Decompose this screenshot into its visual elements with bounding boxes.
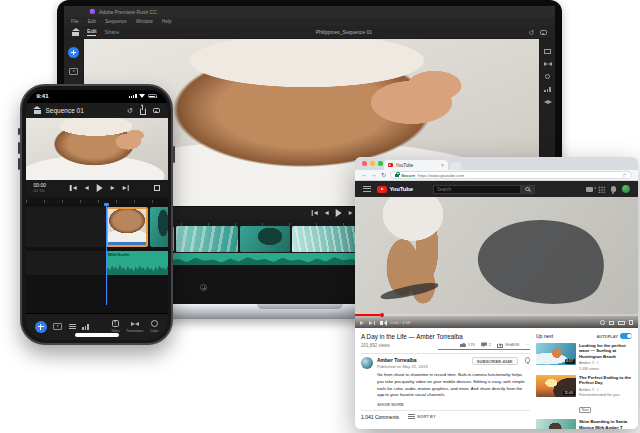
video-thumbnail[interactable]: 11:03 [536,375,576,397]
verified-check-icon: ✓ [596,361,599,365]
show-more-button[interactable]: SHOW MORE [377,402,530,407]
volume-icon[interactable] [380,321,383,325]
step-back-icon[interactable] [84,186,88,190]
audio-clip[interactable]: Wild Surfin [106,251,168,275]
notifications-bell-icon[interactable] [611,186,617,192]
menu-window[interactable]: Window [136,19,153,24]
home-icon[interactable] [72,29,79,36]
url-field[interactable]: Secure https://www.youtube.com ☆ [390,171,632,179]
step-forward-icon[interactable] [349,211,353,215]
settings-gear-icon[interactable] [600,320,605,325]
video-player[interactable]: 0:04 / 4:58 [355,197,638,328]
play-icon[interactable] [96,184,102,192]
transitions-panel-icon[interactable] [544,62,552,66]
browser-window: YouTube × ← → ↻ Secure https://www.youtu… [355,157,638,429]
undo-icon[interactable]: ↺ [528,29,534,36]
suggested-video[interactable]: 11:03 The Perfect Ending to the Perfect … [536,375,632,416]
transitions-tool[interactable]: Transitions [126,320,143,333]
fullscreen-icon[interactable] [629,320,634,325]
next-video-icon[interactable] [369,321,375,325]
search-input[interactable] [433,185,521,194]
skip-start-icon[interactable] [312,210,318,216]
app-title: Adobe Premiere Rush CC [99,9,157,15]
audio-levels-icon[interactable] [82,324,89,330]
titles-tool[interactable]: Titles [111,320,119,333]
browser-tab[interactable]: YouTube × [384,160,448,170]
new-tab-button[interactable] [450,162,461,170]
color-panel-icon[interactable] [545,74,551,80]
search-icon [525,187,530,192]
back-icon[interactable]: ← [361,172,367,178]
home-indicator[interactable] [75,333,119,337]
color-tool[interactable]: Color [150,320,159,333]
bookmark-star-icon[interactable]: ☆ [622,172,627,178]
suggested-video[interactable]: 14:55 Skim Boarding in Santa Monica With… [536,419,632,429]
minimize-window-button[interactable] [370,161,375,166]
forward-icon[interactable]: → [371,172,377,178]
timeline-clip[interactable] [150,207,168,247]
close-tab-icon[interactable]: × [441,163,444,168]
step-forward-icon[interactable] [110,186,114,190]
tab-edit[interactable]: Edit [87,28,96,36]
timeline-clip[interactable] [240,226,290,252]
undo-icon[interactable]: ↺ [127,107,133,114]
notify-bell-icon[interactable] [525,357,531,363]
fullscreen-icon[interactable] [154,185,160,191]
like-button[interactable]: 176 [460,342,475,348]
speed-panel-icon[interactable] [544,100,552,104]
search-button[interactable] [521,185,535,194]
tracks-icon[interactable] [69,324,76,329]
timeline[interactable]: Wild Surfin [26,203,168,313]
menu-file[interactable]: File [71,19,79,24]
autoplay-toggle[interactable] [620,333,632,339]
more-actions-button[interactable]: ⋯ [526,342,530,347]
share-button[interactable]: SHARE [497,342,520,348]
autoplay-label: AUTOPLAY [596,334,618,339]
skip-start-icon[interactable] [70,185,76,191]
add-track-icon[interactable] [200,284,207,291]
menu-edit[interactable]: Edit [88,19,96,24]
sort-by-button[interactable]: SORT BY [408,414,436,419]
video-preview[interactable] [26,118,168,180]
tab-share[interactable]: Share [104,29,119,35]
miniplayer-icon[interactable] [609,321,615,325]
comment-icon[interactable] [540,30,547,35]
play-icon[interactable] [336,209,342,217]
video-thumbnail[interactable]: 4:17 [536,343,576,365]
step-back-icon[interactable] [325,211,329,215]
audio-panel-icon[interactable] [544,87,551,92]
titles-panel-icon[interactable] [544,49,551,54]
account-avatar[interactable] [622,185,631,194]
share-icon[interactable] [140,108,146,115]
menu-help[interactable]: Help [162,19,172,24]
playhead[interactable] [106,203,108,305]
apps-grid-icon[interactable] [598,186,605,193]
media-browser-icon[interactable] [69,68,78,75]
channel-avatar[interactable] [361,357,373,369]
subscribe-button[interactable]: SUBSCRIBE 434K [472,357,518,365]
play-icon[interactable] [360,321,364,325]
add-media-button[interactable] [68,47,79,58]
skip-end-icon[interactable] [122,185,128,191]
browser-address-bar: ← → ↻ Secure https://www.youtube.com ☆ [355,170,638,181]
media-browser-icon[interactable] [53,323,62,330]
channel-name[interactable]: Amber Torrealba [377,357,428,363]
add-media-button[interactable] [35,321,47,333]
upload-video-icon[interactable] [586,187,593,192]
menu-sequence[interactable]: Sequence [105,19,127,24]
progress-bar[interactable] [355,314,638,316]
suggested-video[interactable]: 4:17 Looking for the perfect wave — Surf… [536,343,632,371]
youtube-logo[interactable]: YouTube [377,186,413,193]
refresh-icon[interactable]: ↻ [381,172,386,178]
timeline-clip[interactable] [176,226,238,252]
hamburger-menu-icon[interactable] [363,186,371,192]
selected-clip[interactable] [106,207,148,247]
volume-down-button [18,158,20,170]
close-window-button[interactable] [362,161,367,166]
video-thumbnail[interactable]: 14:55 [536,419,576,429]
home-icon[interactable] [34,107,41,114]
dislike-button[interactable]: 2 [481,342,491,348]
theater-mode-icon[interactable] [618,321,625,325]
zoom-window-button[interactable] [378,161,383,166]
comment-icon[interactable] [153,108,160,113]
